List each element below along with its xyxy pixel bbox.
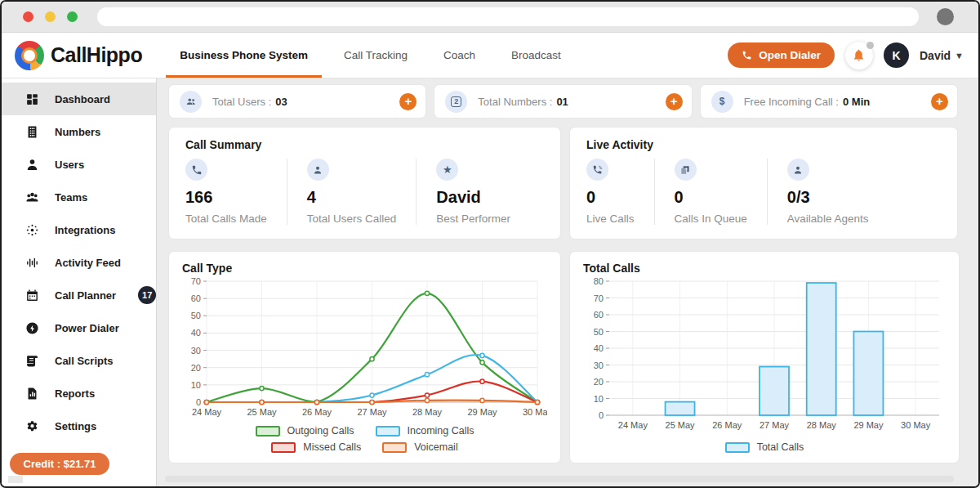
person-icon (307, 159, 329, 181)
tab-coach[interactable]: Coach (443, 33, 475, 78)
person-icon (787, 159, 809, 181)
call-summary-panel: Call Summary 166 Total Calls Made 4 Tota… (169, 128, 560, 239)
svg-text:10: 10 (191, 380, 201, 390)
phone-wave-icon (586, 159, 608, 181)
svg-text:25 May: 25 May (666, 420, 696, 430)
close-window-button[interactable] (23, 11, 33, 22)
legend-item[interactable]: Missed Calls (271, 441, 361, 453)
svg-text:29 May: 29 May (467, 407, 497, 417)
add-minutes-button[interactable]: + (931, 93, 948, 110)
total-calls-made-stat: 166 Total Calls Made (185, 159, 287, 225)
stat-value: 03 (275, 96, 287, 108)
legend-label: Incoming Calls (408, 425, 474, 437)
window-controls (23, 11, 78, 22)
stat-label: Total Numbers : (478, 96, 552, 108)
open-dialer-button[interactable]: Open Dialer (728, 43, 835, 68)
stats-row: Total Users : 03 + 2 Total Numbers : 01 … (169, 85, 957, 118)
browser-profile-icon[interactable] (937, 8, 954, 25)
stat-value: 01 (556, 96, 568, 108)
legend-item[interactable]: Total Calls (725, 441, 804, 453)
add-number-button[interactable]: + (666, 93, 683, 110)
sidebar-item-teams[interactable]: Teams (2, 181, 156, 213)
legend-swatch (271, 442, 296, 453)
call-type-chart: 24 May25 May26 May27 May28 May29 May30 M… (182, 276, 547, 453)
charts-row: Call Type 24 May25 May26 May27 May28 May… (169, 252, 957, 463)
svg-text:0: 0 (196, 397, 201, 407)
tab-call-tracking[interactable]: Call Tracking (344, 33, 408, 78)
svg-text:70: 70 (191, 276, 201, 286)
svg-text:26 May: 26 May (302, 407, 332, 417)
tab-business-phone-system[interactable]: Business Phone System (180, 33, 308, 78)
sidebar-item-call-scripts[interactable]: Call Scripts (2, 344, 156, 377)
chart-title: Call Type (182, 262, 547, 275)
sidebar-item-power-dialer[interactable]: Power Dialer (2, 311, 156, 344)
sidebar-item-call-planner[interactable]: Call Planner 17 (2, 279, 156, 311)
user-menu[interactable]: David ▼ (920, 49, 964, 62)
add-user-button[interactable]: + (399, 93, 416, 110)
call-planner-badge: 17 (138, 286, 156, 304)
number-card-icon: 2 (445, 91, 467, 113)
avatar[interactable]: K (884, 43, 909, 68)
address-bar[interactable] (97, 7, 919, 26)
phone-icon (185, 159, 207, 181)
minimize-window-button[interactable] (45, 11, 56, 22)
power-dialer-icon (25, 321, 39, 335)
chart-title: Total Calls (583, 262, 946, 275)
sidebar-item-reports[interactable]: Reports (2, 377, 156, 410)
panel-title: Live Activity (586, 138, 941, 151)
svg-text:30: 30 (191, 346, 201, 356)
svg-text:28 May: 28 May (412, 407, 443, 417)
dashboard-icon (25, 92, 39, 106)
horizontal-scrollbar[interactable] (165, 476, 954, 482)
sidebar-item-settings[interactable]: Settings (2, 410, 156, 442)
total-calls-chart: 24 May25 May26 May27 May28 May29 May30 M… (583, 276, 946, 453)
svg-text:27 May: 27 May (760, 420, 790, 430)
svg-text:25 May: 25 May (247, 407, 277, 417)
sidebar-item-integrations[interactable]: Integrations (2, 213, 156, 246)
panel-title: Call Summary (185, 138, 544, 151)
report-icon (25, 387, 39, 401)
notifications-button[interactable] (845, 42, 873, 69)
calendar-icon (25, 289, 39, 302)
tab-broadcast[interactable]: Broadcast (511, 33, 561, 78)
svg-text:10: 10 (594, 394, 604, 404)
credit-balance-pill[interactable]: Credit : $21.71 (10, 453, 109, 475)
scrollbar-corner (8, 476, 23, 483)
legend-item[interactable]: Outgoing Calls (256, 425, 354, 437)
dashboard-main: Total Users : 03 + 2 Total Numbers : 01 … (157, 78, 978, 486)
legend-item[interactable]: Incoming Calls (376, 425, 474, 437)
svg-text:0: 0 (599, 410, 604, 420)
legend-item[interactable]: Voicemail (382, 441, 458, 453)
sidebar-item-dashboard[interactable]: Dashboard (2, 83, 156, 115)
stat-value: 0 Min (843, 96, 870, 108)
legend-label: Missed Calls (303, 441, 361, 453)
best-performer-stat: ★ David Best Performer (436, 159, 530, 225)
callhippo-logo[interactable]: CallHippo (15, 41, 142, 70)
star-icon: ★ (436, 159, 458, 181)
sidebar-item-users[interactable]: Users (2, 148, 156, 181)
svg-text:30 May: 30 May (901, 420, 931, 430)
callhippo-logo-icon (15, 41, 44, 70)
integrations-icon (25, 223, 39, 237)
maximize-window-button[interactable] (67, 11, 78, 22)
legend-swatch (256, 426, 280, 437)
live-activity-panel: Live Activity 0 Live Calls 0 Calls In Qu… (570, 128, 957, 239)
user-icon (25, 158, 39, 172)
phone-icon (742, 50, 752, 60)
gear-icon (25, 419, 39, 433)
live-calls-stat: 0 Live Calls (586, 159, 655, 225)
svg-text:60: 60 (191, 293, 201, 303)
legend-swatch (376, 426, 400, 437)
users-icon (180, 91, 202, 113)
total-users-card: Total Users : 03 + (169, 85, 425, 118)
stat-label: Free Incoming Call : (744, 96, 839, 108)
top-nav: Business Phone System Call Tracking Coac… (180, 33, 561, 78)
sidebar-item-activity-feed[interactable]: Activity Feed (2, 246, 156, 279)
summary-row: Call Summary 166 Total Calls Made 4 Tota… (169, 128, 957, 239)
activity-icon (25, 256, 39, 270)
legend-swatch (725, 442, 750, 453)
browser-titlebar (2, 2, 978, 33)
free-incoming-call-card: $ Free Incoming Call : 0 Min + (701, 85, 957, 118)
available-agents-stat: 0/3 Available Agents (787, 159, 889, 225)
sidebar-item-numbers[interactable]: Numbers (2, 115, 156, 148)
